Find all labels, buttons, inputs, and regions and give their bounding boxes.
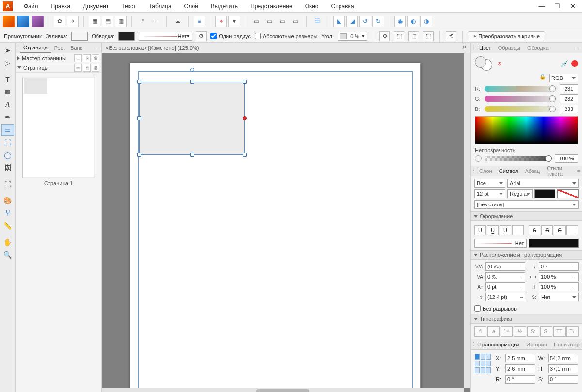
page-del-icon[interactable]: 🗑 bbox=[92, 64, 99, 72]
ligatures-btn[interactable]: fi bbox=[474, 326, 486, 337]
zoom-tool[interactable]: 🔍 bbox=[1, 249, 14, 261]
resize-handle[interactable] bbox=[137, 80, 141, 84]
kerning-input[interactable]: 0 ‰ bbox=[485, 272, 525, 281]
toolbar-btn-shape2[interactable]: ✧ bbox=[67, 16, 79, 27]
menu-help[interactable]: Справка bbox=[325, 1, 360, 12]
menu-window[interactable]: Окно bbox=[299, 1, 325, 12]
page-dup-icon[interactable]: ⎘ bbox=[83, 64, 91, 72]
toolbar-btn-shape1[interactable]: ✿ bbox=[54, 16, 65, 27]
tab-transform[interactable]: Трансформация bbox=[476, 340, 523, 349]
gear-icon[interactable]: ⚙ bbox=[196, 31, 207, 41]
angle-input[interactable]: 0 % ▾ bbox=[338, 32, 367, 41]
underline-btn[interactable]: U bbox=[474, 225, 486, 235]
baseline-input[interactable]: 0 pt bbox=[485, 282, 525, 291]
rectangle-tool[interactable]: ▭ bbox=[1, 124, 14, 136]
anchor-picker[interactable] bbox=[475, 354, 491, 373]
slant-input[interactable]: 0 ° bbox=[539, 262, 579, 271]
window-minimize[interactable]: — bbox=[534, 1, 549, 12]
panel-menu-icon[interactable]: ≡ bbox=[575, 168, 582, 174]
toolbar-btn-arrange3[interactable]: ▥ bbox=[115, 16, 127, 27]
r-value[interactable]: 231 bbox=[560, 84, 578, 93]
menu-file[interactable]: Файл bbox=[17, 1, 45, 12]
toolbar-btn-wrap[interactable]: ≣ bbox=[150, 16, 162, 27]
tab-swatches[interactable]: Образцы bbox=[495, 44, 524, 52]
toolbar-btn-snap-dropdown[interactable]: ▾ bbox=[228, 16, 240, 27]
decoration-stroke-dropdown[interactable]: Нет bbox=[474, 239, 527, 248]
tab-assets[interactable]: Рес. bbox=[51, 44, 68, 52]
toolbar-btn-order1[interactable]: ▭ bbox=[250, 16, 262, 27]
toolbar-btn-bool3[interactable]: ◑ bbox=[420, 16, 432, 27]
tracking-input[interactable]: (0 ‰) bbox=[485, 262, 525, 271]
toolbar-btn-flip-h[interactable]: ◣ bbox=[333, 16, 345, 27]
menu-view[interactable]: Представление bbox=[244, 1, 299, 12]
no-break-checkbox[interactable]: Без разрывов bbox=[474, 305, 579, 312]
resize-handle[interactable] bbox=[243, 80, 247, 84]
text-stroke-swatch[interactable] bbox=[557, 189, 579, 198]
crop-tool[interactable]: ⛶ bbox=[1, 178, 14, 190]
resize-handle[interactable] bbox=[190, 153, 194, 157]
double-strike-btn[interactable]: S bbox=[541, 225, 553, 235]
menu-document[interactable]: Документ bbox=[77, 1, 115, 12]
horizontal-scrollbar[interactable] bbox=[102, 388, 464, 392]
tab-history[interactable]: История bbox=[523, 340, 550, 349]
toolbar-btn-align[interactable]: ☰ bbox=[311, 16, 323, 27]
frame-text-tool[interactable]: ▦ bbox=[1, 86, 14, 98]
font-size-dropdown[interactable]: 12 pt bbox=[474, 189, 505, 198]
stroke-style-dropdown[interactable]: Нет ▾ bbox=[139, 32, 192, 41]
menu-text[interactable]: Текст bbox=[115, 1, 142, 12]
decoration-color-swatch[interactable] bbox=[529, 239, 579, 248]
text-style-dropdown[interactable]: [Без стиля] bbox=[474, 200, 579, 209]
absolute-sizes-checkbox[interactable]: Абсолютные размеры bbox=[255, 33, 318, 39]
selected-rectangle[interactable] bbox=[139, 82, 245, 155]
cycle-select-btn[interactable]: ⟲ bbox=[446, 31, 456, 41]
color-spectrum[interactable] bbox=[475, 116, 578, 144]
rotate-handle[interactable] bbox=[190, 68, 194, 72]
font-family-dropdown[interactable]: Arial bbox=[507, 179, 579, 188]
toolbar-btn-bool1[interactable]: ◉ bbox=[394, 16, 406, 27]
resize-handle[interactable] bbox=[137, 116, 141, 120]
document-tab[interactable]: <Без заголовка> [Изменено] (125.0%) ✕ bbox=[102, 43, 470, 53]
menu-select[interactable]: Выделить bbox=[205, 1, 244, 12]
underline-none-btn[interactable] bbox=[512, 225, 524, 235]
strike-btn[interactable]: S bbox=[529, 225, 540, 235]
color-mode-dropdown[interactable]: RGB bbox=[549, 74, 578, 82]
y-input[interactable]: 2,6 mm bbox=[505, 364, 535, 373]
stroke-swatch[interactable] bbox=[118, 32, 135, 41]
b-slider[interactable] bbox=[485, 106, 557, 112]
s-input[interactable]: 0 ° bbox=[548, 375, 578, 384]
master-dup-icon[interactable]: ⎘ bbox=[83, 54, 91, 62]
none-color-icon[interactable]: ⊘ bbox=[497, 61, 501, 67]
toolbar-btn-order2[interactable]: ▭ bbox=[263, 16, 275, 27]
opacity-value[interactable]: 100 % bbox=[555, 154, 578, 163]
strike-color-btn[interactable]: S bbox=[554, 225, 566, 235]
b-value[interactable]: 233 bbox=[560, 105, 578, 113]
resize-handle[interactable] bbox=[190, 80, 194, 84]
color-picker-tool[interactable]: 📏 bbox=[1, 220, 14, 232]
fill-swatch[interactable] bbox=[71, 32, 88, 41]
toolbar-btn-pin[interactable]: ⟟ bbox=[137, 16, 148, 27]
superscript-btn[interactable]: Sⁿ bbox=[527, 326, 539, 337]
place-image-tool[interactable]: 🖼 bbox=[1, 162, 14, 173]
x-input[interactable]: 2,5 mm bbox=[505, 354, 535, 362]
g-value[interactable]: 232 bbox=[560, 94, 578, 103]
toolbar-btn-arrange2[interactable]: ▤ bbox=[102, 16, 113, 27]
persona-photo-icon[interactable] bbox=[32, 16, 44, 27]
typography-header[interactable]: Типографика bbox=[471, 314, 582, 324]
transform-mode2-btn[interactable]: ⬚ bbox=[408, 31, 419, 41]
h-input[interactable]: 37,1 mm bbox=[548, 364, 578, 373]
tab-text-styles[interactable]: Стили текста bbox=[543, 164, 575, 178]
lock-icon[interactable]: 🔒 bbox=[539, 74, 546, 82]
transparency-tool[interactable]: Ⴤ bbox=[1, 207, 14, 219]
underline-color-btn[interactable]: U bbox=[500, 225, 511, 235]
panel-menu-icon[interactable]: ≡ bbox=[95, 45, 101, 51]
tab-paragraph[interactable]: Абзац bbox=[521, 167, 543, 175]
toolbar-btn-baseline[interactable]: ≡ bbox=[194, 16, 205, 27]
language-dropdown[interactable]: Все bbox=[474, 179, 505, 188]
font-weight-dropdown[interactable]: Regular bbox=[507, 189, 533, 198]
double-underline-btn[interactable]: U̲ bbox=[487, 225, 499, 235]
node-tool[interactable]: ▷ bbox=[1, 57, 14, 69]
position-header[interactable]: Расположение и трансформация bbox=[471, 250, 582, 260]
opacity-slider[interactable] bbox=[485, 156, 552, 161]
alt-btn[interactable]: a bbox=[487, 326, 500, 337]
resize-handle[interactable] bbox=[137, 153, 141, 157]
